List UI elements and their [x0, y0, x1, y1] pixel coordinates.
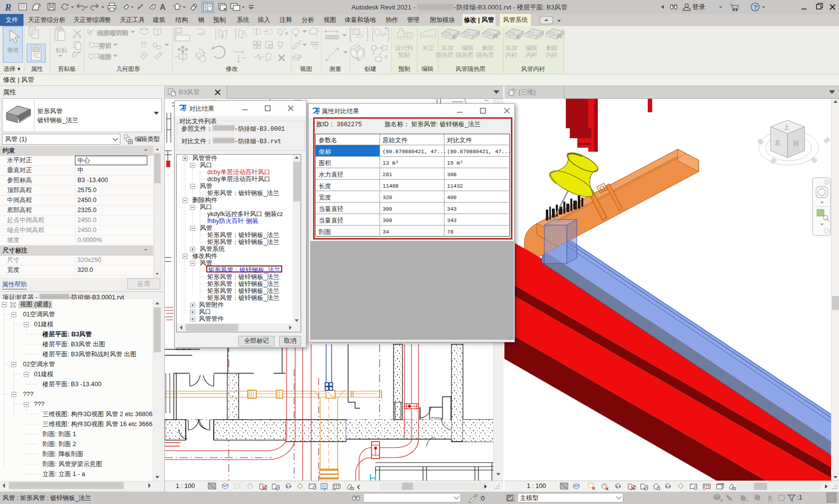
svg-text:连接: 连接: [99, 53, 111, 60]
svg-text:隔热层: 隔热层: [455, 51, 473, 58]
svg-text:编辑: 编辑: [525, 44, 537, 51]
svg-text:左: 左: [775, 139, 781, 146]
svg-text:粘贴: 粘贴: [55, 47, 67, 54]
svg-text:上: 上: [784, 124, 790, 131]
svg-text:修改: 修改: [7, 46, 19, 53]
svg-text:预制: 预制: [398, 51, 410, 58]
svg-text:添加: 添加: [505, 44, 517, 51]
svg-text:登录: 登录: [692, 3, 705, 10]
svg-text:删除: 删除: [546, 44, 558, 51]
svg-text:隔热层: 隔热层: [476, 51, 494, 58]
svg-text:对正: 对正: [422, 44, 434, 51]
svg-text:编辑: 编辑: [461, 44, 473, 51]
svg-text:内衬: 内衬: [525, 51, 537, 58]
svg-text:前: 前: [793, 140, 799, 147]
svg-text:设计到: 设计到: [395, 44, 413, 51]
svg-text:添加: 添加: [441, 44, 453, 51]
svg-text:删除: 删除: [482, 44, 494, 51]
svg-text:内衬: 内衬: [505, 51, 517, 58]
svg-text:R: R: [4, 2, 11, 12]
svg-text:剪切: 剪切: [99, 42, 111, 49]
svg-text:连接端切割: 连接端切割: [97, 29, 128, 36]
svg-text:?: ?: [754, 4, 757, 11]
svg-text:内衬: 内衬: [546, 51, 558, 58]
svg-text:隔热层: 隔热层: [435, 51, 453, 58]
svg-text::0: :0: [479, 495, 484, 502]
